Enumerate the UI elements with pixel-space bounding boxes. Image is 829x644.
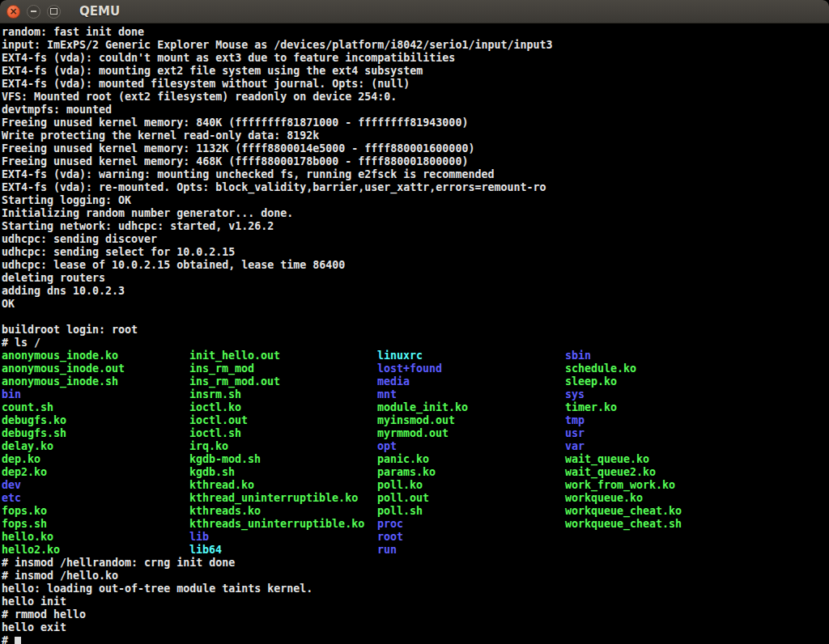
file-entry: workqueue.ko — [565, 492, 643, 505]
file-entry: usr — [565, 427, 585, 440]
file-entry: hello2.ko — [2, 544, 60, 557]
terminal-line: Write protecting the kernel read-only da… — [2, 129, 829, 142]
console-text: EXT4-fs (vda): re-mounted. Opts: block_v… — [2, 181, 546, 193]
file-entry: kgdb-mod.sh — [189, 453, 261, 466]
ls-output-row: anonymous_inode.shins_rm_mod.outmediasle… — [2, 375, 829, 388]
terminal-line: EXT4-fs (vda): couldn't mount as ext3 du… — [2, 52, 829, 65]
shell-prompt-line: # ls / — [2, 337, 40, 349]
file-entry: kthread_uninterruptible.ko — [189, 492, 358, 505]
ls-output-row: hello.kolibroot — [2, 531, 829, 544]
terminal-line: udhcpc: sending discover — [2, 233, 829, 246]
file-entry: lib64 — [189, 544, 222, 557]
file-entry: schedule.ko — [565, 362, 636, 375]
terminal-line — [2, 311, 829, 324]
ls-output-row: etckthread_uninterruptible.kopoll.outwor… — [2, 492, 829, 505]
terminal-line: EXT4-fs (vda): mounting ext2 file system… — [2, 65, 829, 78]
terminal-line: buildroot login: root — [2, 324, 829, 337]
file-entry: anonymous_inode.out — [2, 362, 125, 375]
console-text: random: fast init done — [2, 26, 144, 38]
ls-output-row: dep.kokgdb-mod.shpanic.kowait_queue.ko — [2, 453, 829, 466]
file-entry: root — [377, 531, 403, 544]
console-text: buildroot login: root — [2, 324, 138, 336]
terminal-line: # ls / — [2, 337, 829, 350]
file-entry: kgdb.sh — [189, 466, 235, 479]
file-entry: run — [377, 544, 397, 557]
ls-output-row: debugfs.shioctl.shmyrmmod.outusr — [2, 427, 829, 440]
console-text: Starting network: udhcpc: started, v1.26… — [2, 220, 274, 232]
console-text: Freeing unused kernel memory: 840K (ffff… — [2, 117, 468, 129]
terminal-line: Starting network: udhcpc: started, v1.26… — [2, 220, 829, 233]
close-icon: × — [9, 6, 17, 16]
file-entry: lib — [189, 531, 209, 544]
console-text: hello: loading out-of-tree module taints… — [2, 583, 312, 595]
file-entry: proc — [377, 518, 403, 531]
console-text: Freeing unused kernel memory: 1132K (fff… — [2, 142, 474, 155]
maximize-icon — [50, 8, 57, 15]
terminal-line: udhcpc: sending select for 10.0.2.15 — [2, 246, 829, 259]
maximize-button[interactable] — [47, 5, 61, 19]
file-entry: lost+found — [377, 362, 442, 375]
ls-output-row: anonymous_inode.outins_rm_modlost+founds… — [2, 362, 829, 375]
file-entry: module_init.ko — [377, 401, 468, 414]
qemu-window: × QEMU random: fast init doneinput: ImEx… — [0, 0, 829, 644]
file-entry: debugfs.ko — [2, 414, 66, 427]
console-text: hello exit — [2, 621, 66, 633]
file-entry: irq.ko — [189, 440, 228, 453]
window-title: QEMU — [79, 4, 120, 19]
console-text: OK — [2, 298, 15, 310]
terminal-line: Starting logging: OK — [2, 194, 829, 207]
console-text: EXT4-fs (vda): warning: mounting uncheck… — [2, 168, 494, 180]
file-entry: etc — [2, 492, 21, 505]
file-entry: params.ko — [377, 466, 436, 479]
file-entry: ioctl.sh — [189, 427, 241, 440]
ls-output-row: fops.kokthreads.kopoll.shworkqueue_cheat… — [2, 505, 829, 518]
console-text: input: ImExPS/2 Generic Explorer Mouse a… — [2, 39, 552, 51]
file-entry: workqueue_cheat.ko — [565, 505, 682, 518]
console-text: Freeing unused kernel memory: 468K (ffff… — [2, 155, 468, 167]
file-entry: fops.ko — [2, 505, 47, 518]
terminal-line: hello: loading out-of-tree module taints… — [2, 583, 829, 595]
file-entry: delay.ko — [2, 440, 53, 453]
file-entry: poll.out — [377, 492, 429, 505]
file-entry: workqueue_cheat.sh — [565, 518, 682, 531]
terminal-line: VFS: Mounted root (ext2 filesystem) read… — [2, 91, 829, 104]
minimize-button[interactable] — [27, 5, 40, 19]
file-entry: myrmmod.out — [377, 427, 449, 440]
ls-output-row: bininsrm.shmntsys — [2, 388, 829, 401]
file-entry: dep.ko — [2, 453, 40, 466]
terminal-line: udhcpc: lease of 10.0.2.15 obtained, lea… — [2, 259, 829, 272]
file-entry: anonymous_inode.ko — [2, 350, 118, 362]
console-text: adding dns 10.0.2.3 — [2, 285, 125, 297]
close-button[interactable]: × — [6, 5, 20, 19]
terminal-screen[interactable]: random: fast init doneinput: ImExPS/2 Ge… — [0, 23, 829, 644]
console-text: EXT4-fs (vda): mounted filesystem withou… — [2, 78, 410, 90]
console-text: hello init — [2, 595, 66, 608]
console-text: EXT4-fs (vda): mounting ext2 file system… — [2, 65, 423, 77]
file-entry: poll.ko — [377, 479, 423, 492]
file-entry: wait_queue2.ko — [565, 466, 656, 479]
window-titlebar[interactable]: × QEMU — [0, 0, 829, 23]
terminal-line: Initializing random number generator... … — [2, 207, 829, 220]
ls-output-row: fops.shkthreads_uninterruptible.koprocwo… — [2, 518, 829, 531]
terminal-line: # rmmod hello — [2, 608, 829, 621]
terminal-line: deleting routers — [2, 272, 829, 285]
ls-output-row: devkthread.kopoll.kowork_from_work.ko — [2, 479, 829, 492]
file-entry: count.sh — [2, 401, 53, 414]
terminal-line: devtmpfs: mounted — [2, 104, 829, 117]
file-entry: debugfs.sh — [2, 427, 66, 440]
console-text: EXT4-fs (vda): couldn't mount as ext3 du… — [2, 52, 455, 64]
terminal-line: Freeing unused kernel memory: 468K (ffff… — [2, 155, 829, 168]
file-entry: opt — [377, 440, 397, 453]
console-text: udhcpc: sending select for 10.0.2.15 — [2, 246, 235, 258]
console-text: Write protecting the kernel read-only da… — [2, 129, 319, 142]
shell-prompt-line: # — [2, 634, 15, 644]
file-entry: kthreads.ko — [189, 505, 261, 518]
file-entry: dev — [2, 479, 21, 492]
terminal-line: EXT4-fs (vda): re-mounted. Opts: block_v… — [2, 181, 829, 194]
ls-output-row: delay.koirq.kooptvar — [2, 440, 829, 453]
file-entry: wait_queue.ko — [565, 453, 649, 466]
console-text: Initializing random number generator... … — [2, 207, 293, 219]
file-entry: sbin — [565, 350, 591, 362]
ls-output-row: dep2.kokgdb.shparams.kowait_queue2.ko — [2, 466, 829, 479]
terminal-line: OK — [2, 298, 829, 311]
